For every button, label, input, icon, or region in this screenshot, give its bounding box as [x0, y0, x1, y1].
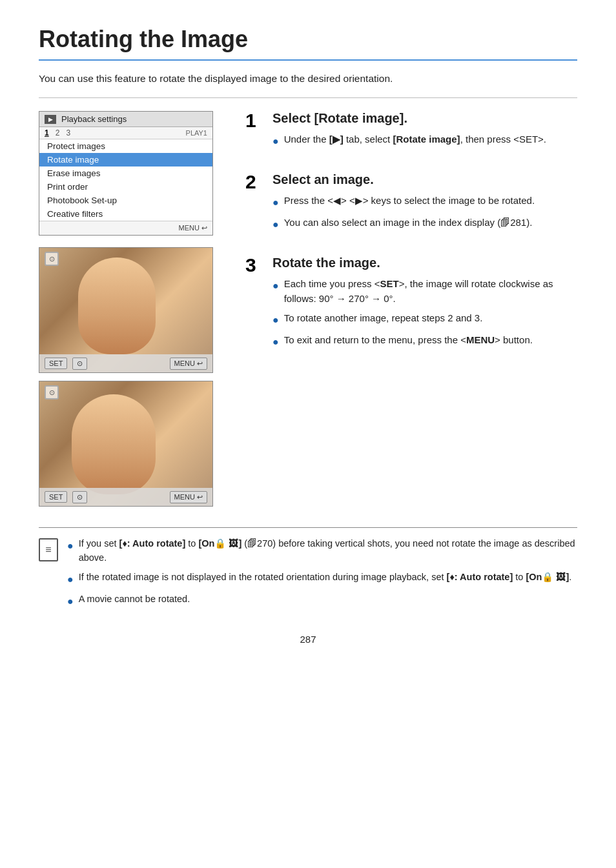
preview-icon-1: ⊙	[45, 252, 59, 266]
menu-btn-2: MENU ↩	[170, 491, 207, 503]
face-shape-2	[72, 394, 156, 494]
notes-list: ● If you set [♦: Auto rotate] to [On🔒 🖼]…	[67, 537, 577, 614]
bullet-icon: ●	[67, 594, 74, 609]
menu-tab-3: 3	[66, 128, 70, 137]
step-2-bullet-1: ● Press the <◀> <▶> keys to select the i…	[272, 194, 535, 210]
step-2-bullet-2-text: You can also select an image in the inde…	[284, 216, 533, 232]
step-3-bullet-2-text: To rotate another image, repeat steps 2 …	[284, 311, 483, 328]
step-1: 1 Select [Rotate image]. ● Under the [▶]…	[245, 111, 577, 154]
step-3-bullet-1: ● Each time you press <SET>, the image w…	[272, 277, 577, 306]
menu-tabs: 1 2 3 PLAY1	[39, 127, 212, 139]
bullet-icon: ●	[272, 334, 279, 350]
menu-tab-2: 2	[56, 128, 60, 137]
step-2-bullet-1-text: Press the <◀> <▶> keys to select the ima…	[284, 194, 535, 210]
step-3-heading: Rotate the image.	[272, 256, 577, 270]
page-title: Rotating the Image	[39, 26, 577, 53]
menu-header-label: Playback settings	[61, 114, 127, 124]
note-1-text: If you set [♦: Auto rotate] to [On🔒 🖼] (…	[79, 537, 577, 565]
step-2: 2 Select an image. ● Press the <◀> <▶> k…	[245, 172, 577, 237]
camera-preview-1: ⊙ SET ⊙ MENU ↩	[39, 247, 213, 373]
page-number: 287	[39, 634, 577, 645]
bullet-icon: ●	[272, 312, 279, 328]
note-3: ● A movie cannot be rotated.	[67, 592, 577, 609]
camera-btn-1: ⊙	[72, 358, 87, 370]
intro-text: You can use this feature to rotate the d…	[39, 71, 577, 86]
bullet-icon: ●	[67, 572, 74, 587]
step-1-bullet-1: ● Under the [▶] tab, select [Rotate imag…	[272, 132, 546, 149]
face-shape-1	[78, 257, 156, 354]
step-content-3: Rotate the image. ● Each time you press …	[272, 256, 577, 355]
step-1-bullets: ● Under the [▶] tab, select [Rotate imag…	[272, 132, 546, 149]
bullet-icon: ●	[272, 217, 279, 232]
step-content-2: Select an image. ● Press the <◀> <▶> key…	[272, 172, 535, 237]
note-3-text: A movie cannot be rotated.	[79, 592, 190, 609]
camera-btn-2: ⊙	[72, 491, 87, 503]
step-1-bullet-1-text: Under the [▶] tab, select [Rotate image]…	[284, 132, 546, 149]
step-2-heading: Select an image.	[272, 172, 535, 187]
note-2-text: If the rotated image is not displayed in…	[79, 570, 572, 587]
note-2: ● If the rotated image is not displayed …	[67, 570, 577, 587]
menu-item-photobook[interactable]: Photobook Set-up	[39, 194, 212, 207]
note-1: ● If you set [♦: Auto rotate] to [On🔒 🖼]…	[67, 537, 577, 565]
step-3-bullet-3-text: To exit and return to the menu, press th…	[284, 333, 533, 350]
step-3-bullet-1-text: Each time you press <SET>, the image wil…	[284, 277, 577, 306]
menu-box: Playback settings 1 2 3 PLAY1 Protect im…	[39, 111, 213, 236]
camera-preview-2: ⊙ SET ⊙ MENU ↩	[39, 381, 213, 507]
right-column: 1 Select [Rotate image]. ● Under the [▶]…	[245, 111, 577, 514]
bullet-icon: ●	[272, 278, 279, 306]
notes-icon	[39, 538, 58, 561]
step-1-heading: Select [Rotate image].	[272, 111, 546, 126]
bullet-icon: ●	[272, 134, 279, 149]
menu-header: Playback settings	[39, 112, 212, 127]
menu-footer: MENU ↩	[39, 221, 212, 235]
step-content-1: Select [Rotate image]. ● Under the [▶] t…	[272, 111, 546, 154]
play-icon	[45, 115, 56, 124]
bullet-icon: ●	[272, 195, 279, 210]
bullet-icon: ●	[67, 538, 74, 565]
preview-bottom-bar-2: SET ⊙ MENU ↩	[39, 488, 212, 506]
step-number-2: 2	[245, 172, 263, 237]
notes-section: ● If you set [♦: Auto rotate] to [On🔒 🖼]…	[39, 527, 577, 614]
step-number-3: 3	[245, 256, 263, 355]
set-btn-1: SET	[45, 358, 67, 369]
left-column: Playback settings 1 2 3 PLAY1 Protect im…	[39, 111, 226, 514]
menu-item-creative[interactable]: Creative filters	[39, 207, 212, 221]
menu-item-print[interactable]: Print order	[39, 180, 212, 194]
preview-bottom-bar-1: SET ⊙ MENU ↩	[39, 354, 212, 372]
main-content: Playback settings 1 2 3 PLAY1 Protect im…	[39, 111, 577, 514]
content-divider	[39, 97, 577, 98]
step-2-bullets: ● Press the <◀> <▶> keys to select the i…	[272, 194, 535, 232]
step-3: 3 Rotate the image. ● Each time you pres…	[245, 256, 577, 355]
step-number-1: 1	[245, 111, 263, 154]
preview-icon-2: ⊙	[45, 385, 59, 399]
step-2-bullet-2: ● You can also select an image in the in…	[272, 216, 535, 232]
step-3-bullets: ● Each time you press <SET>, the image w…	[272, 277, 577, 350]
menu-back-label: MENU ↩	[179, 224, 207, 232]
menu-tab-right: PLAY1	[186, 129, 207, 137]
menu-item-protect[interactable]: Protect images	[39, 139, 212, 153]
step-3-bullet-3: ● To exit and return to the menu, press …	[272, 333, 577, 350]
menu-tab-1: 1	[45, 128, 49, 137]
step-3-bullet-2: ● To rotate another image, repeat steps …	[272, 311, 577, 328]
title-divider	[39, 59, 577, 61]
menu-item-erase[interactable]: Erase images	[39, 167, 212, 180]
set-btn-2: SET	[45, 491, 67, 503]
menu-btn-1: MENU ↩	[170, 358, 207, 370]
menu-item-rotate[interactable]: Rotate image	[39, 153, 212, 167]
